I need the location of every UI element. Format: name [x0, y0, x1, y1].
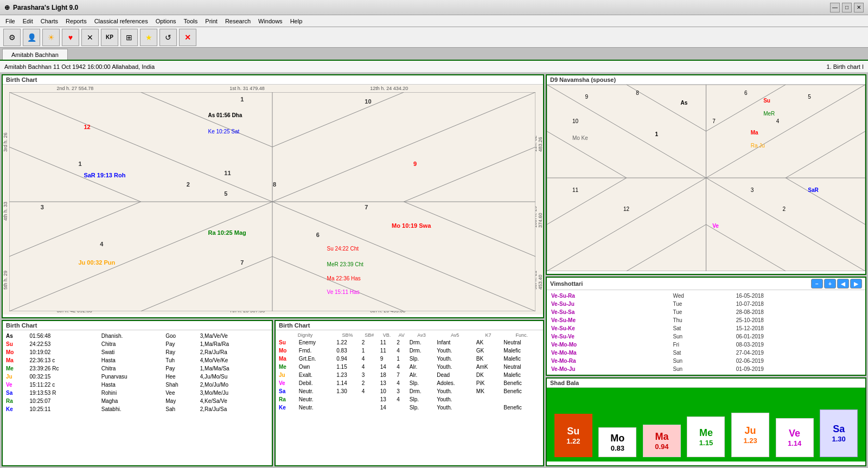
table-row: Ra 10:25:07 Magha May 4,Ke/Sa/Ve	[5, 398, 270, 405]
vim-plus-btn[interactable]: +	[824, 279, 836, 289]
table-header: Dignity SB% SB# VB. AV Av3 Av5 K7 Func.	[278, 332, 541, 338]
nav-n8: 8	[636, 90, 639, 96]
shad-bala-content: Su 1.22 Mo 0.83 Ma 0.94	[547, 388, 865, 461]
table-row: Me 23:39:26 Rc Chitra Pay 1,Ma/Ma/Sa	[5, 365, 270, 372]
nav-n5: 5	[808, 94, 811, 100]
house-5-label: 7	[365, 204, 368, 210]
table-row: Sa 19:13:53 R Rohini Vee 3,Mo/Me/Ju	[5, 389, 270, 396]
tool-refresh[interactable]: ↺	[159, 29, 177, 46]
main-content: Birth Chart 2nd h. 27 554.78 1st h. 31 4…	[0, 73, 868, 468]
left-panel: Birth Chart 2nd h. 27 554.78 1st h. 31 4…	[2, 74, 544, 466]
tool-cross[interactable]: ✕	[81, 29, 99, 46]
vim-row: Ve-Mo-Mo Fri 08-03-2019	[549, 341, 863, 348]
right-panel: D9 Navamsha (spouse)	[546, 74, 866, 466]
table-row: Ve 15:11:22 c Hasta Shah 2,Mo/Ju/Mo	[5, 381, 270, 388]
vim-row: Ve-Su-Ra Wed 16-05-2018	[549, 292, 863, 299]
menu-research[interactable]: Research	[222, 17, 254, 25]
nav-MeR: MeR	[763, 111, 775, 117]
nav-Ma: Ma	[751, 130, 758, 136]
table-row: Mo Frnd.0.831114Drm.Youth.GKMalefic	[278, 347, 541, 354]
house-12-label: 12	[84, 124, 90, 130]
app-icon: ⊕	[4, 4, 10, 11]
title-bar: ⊕ Parashara's Light 9.0 — □ ✕	[0, 0, 868, 15]
menu-windows[interactable]: Windows	[255, 17, 286, 25]
tool-person[interactable]: 👤	[23, 29, 40, 46]
shad-bar-Ve: Ve 1.14	[776, 418, 814, 457]
shad-bar-Mo: Mo 0.83	[598, 427, 636, 457]
tool-heart[interactable]: ♥	[62, 29, 79, 46]
tool-grid[interactable]: ⊞	[120, 29, 138, 46]
nav-RaJu: Ra Ju	[751, 143, 765, 149]
table-row: Sa Neutr.1.304103Drm.Youth.MKBenefic	[278, 388, 541, 395]
tool-star[interactable]: ★	[140, 29, 157, 46]
menu-bar: File Edit Charts Reports Classical refer…	[0, 15, 868, 27]
shad-bar-Su: Su 1.22	[554, 414, 592, 457]
table-row: Ke Neutr.14Slp.Youth.Benefic	[278, 404, 541, 411]
planet-Ju: Ju 00:32 Pun	[78, 259, 115, 266]
table-row: As 01:56:48 Dhanish. Goo 3,Ma/Ve/Ve	[5, 332, 270, 339]
house-4-label: 4	[100, 241, 103, 247]
table-row: Su Enemy1.222112Drm.InfantAKNeutral	[278, 339, 541, 346]
vim-row: Ve-Su-Sa Tue 28-08-2018	[549, 309, 863, 316]
tab-amitabh[interactable]: Amitabh Bachhan	[2, 49, 68, 60]
vim-minus-btn[interactable]: −	[811, 279, 823, 289]
house-7-label: 7	[240, 259, 244, 266]
planet-Ma: Ma 22:36 Has	[327, 275, 361, 281]
tab-bar: Amitabh Bachhan	[0, 48, 868, 61]
table-row: Ju 00:32:15 Punarvasu Hee 4,Ju/Mo/Su	[5, 373, 270, 380]
tool-settings[interactable]: ⚙	[3, 29, 21, 46]
vim-prev-btn[interactable]: ◀	[837, 279, 849, 289]
planet-SaR: SaR 19:13 Roh	[84, 172, 125, 178]
tool-kp[interactable]: KP	[101, 29, 118, 46]
menu-print[interactable]: Print	[202, 17, 221, 25]
nav-n2: 2	[782, 206, 786, 212]
nav-SaR: SaR	[808, 187, 818, 193]
navamsha-title: D9 Navamsha (spouse)	[547, 75, 865, 85]
planet-As: As 01:56 Dha	[208, 112, 242, 118]
table-row: Mo 10:19:02 Swati Ray 2,Ra/Ju/Ra	[5, 349, 270, 356]
menu-charts[interactable]: Charts	[37, 17, 61, 25]
tab-label: Amitabh Bachhan	[11, 52, 59, 58]
minimize-button[interactable]: —	[830, 3, 840, 12]
vim-next-btn[interactable]: ▶	[850, 279, 862, 289]
nav-n11: 11	[572, 187, 578, 193]
shad-bala-title: Shad Bala	[547, 379, 865, 388]
toolbar: ⚙ 👤 ☀ ♥ ✕ KP ⊞ ★ ↺ ✕	[0, 27, 868, 48]
menu-options[interactable]: Options	[152, 17, 180, 25]
birth-chart-title: Birth Chart	[3, 75, 543, 85]
nav-n1: 1	[655, 131, 659, 137]
vim-row: Ve-Su-Ju Tue 10-07-2018	[549, 300, 863, 307]
tool-close-red[interactable]: ✕	[179, 29, 196, 46]
menu-file[interactable]: File	[2, 17, 18, 25]
nav-n12: 12	[623, 206, 629, 212]
table-row: Ke 10:25:11 Satabhi. Sah 2,Ra/Ju/Sa	[5, 406, 270, 413]
bottom-charts: Birth Chart As 01:56:48 Dhanish. Goo 3,M…	[2, 320, 544, 466]
planet-Ve: Ve 15:11 Has	[327, 289, 360, 295]
menu-edit[interactable]: Edit	[20, 17, 36, 25]
table-row: Ra Neutr.134Slp.Youth.	[278, 396, 541, 403]
nav-n9: 9	[585, 94, 588, 100]
table-row: Me Own1.154144Alr.Youth.AmKNeutral	[278, 363, 541, 370]
table-row: Ma 22:36:13 c Hasta Tuh 4,Mo/Ve/Ke	[5, 357, 270, 364]
table-row: Su 24:22:53 Chitra Pay 1,Ma/Ra/Ra	[5, 341, 270, 348]
vim-header: Vimshottari − + ◀ ▶	[547, 278, 865, 290]
title-bar-left: ⊕ Parashara's Light 9.0	[4, 4, 78, 11]
planet-Su: Su 24:22 Cht	[327, 246, 359, 252]
nav-n3: 3	[751, 187, 754, 193]
top-label-12: 12th h. 24 434.20	[370, 86, 408, 91]
planet-Ra: Ra 10:25 Mag	[208, 229, 246, 236]
vim-row: Ve-Su-Ke Sat 15-12-2018	[549, 325, 863, 332]
vim-table: Ve-Su-Ra Wed 16-05-2018 Ve-Su-Ju Tue 10-…	[548, 291, 864, 374]
shad-bala-box: Shad Bala Su 1.22 Mo 0.83	[546, 377, 866, 466]
menu-tools[interactable]: Tools	[181, 17, 201, 25]
maximize-button[interactable]: □	[842, 3, 852, 12]
menu-help[interactable]: Help	[287, 17, 306, 25]
menu-reports[interactable]: Reports	[62, 17, 90, 25]
close-button[interactable]: ✕	[854, 3, 864, 12]
nav-As: As	[681, 100, 688, 106]
tool-sun[interactable]: ☀	[42, 29, 60, 46]
menu-classical[interactable]: Classical references	[91, 17, 151, 25]
vim-nav-buttons: − + ◀ ▶	[811, 279, 862, 289]
birth-chart-left-table: As 01:56:48 Dhanish. Goo 3,Ma/Ve/Ve Su 2…	[4, 331, 271, 414]
table-row: Ve Debil.1.142134Slp.Adoles.PiKBenefic	[278, 380, 541, 387]
